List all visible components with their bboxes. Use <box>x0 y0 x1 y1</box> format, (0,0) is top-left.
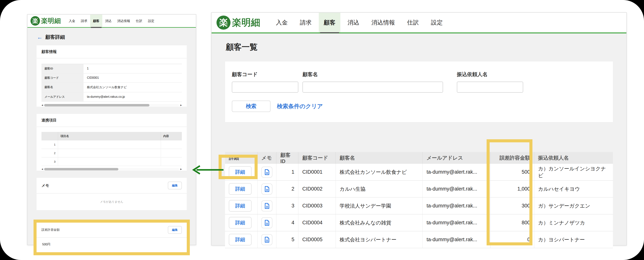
customer-id-cell: 1 <box>276 164 298 180</box>
customer-info-table: 顧客ID 1 顧客コード CID0001 顧客名 株式会社カンソール飲食ナビ メ… <box>42 64 182 102</box>
header-customer-id: 顧客ID <box>276 152 298 164</box>
scroll-right-icon[interactable]: ▸ <box>180 104 182 107</box>
customer-info-card-head: 顧客情報 <box>36 45 187 58</box>
nav-item-shiwake[interactable]: 仕訳 <box>402 13 424 33</box>
item-name-cell <box>58 141 160 149</box>
customer-name-cell: 株式会社ヨシパートナー <box>336 231 422 248</box>
field-label: 顧客名 <box>302 71 443 78</box>
back-arrow-icon[interactable]: ← <box>37 34 42 40</box>
left-main-nav: 入金 請求 顧客 消込 消込情報 仕訳 設定 <box>66 15 157 27</box>
memo-note-button[interactable] <box>262 167 272 178</box>
nav-item-keshikomi-joho[interactable]: 消込情報 <box>114 15 133 27</box>
table-row: 3 <box>42 158 182 166</box>
table-row: 詳細 5 CID0005 株式会社ヨシパートナー ta-dummy@alert.… <box>225 231 613 248</box>
table-row: 2 <box>42 149 182 158</box>
nav-item-nyukin[interactable]: 入金 <box>271 13 293 33</box>
tolerance-card-head: 誤差許容金額 編集 <box>36 223 187 238</box>
nav-item-settei[interactable]: 設定 <box>426 13 448 33</box>
table-row: 詳細 1 CID0001 株式会社カンソール飲食ナビ ta-dummy@aler… <box>225 164 613 181</box>
customer-detail-window: 楽 楽明細 入金 請求 顧客 消込 消込情報 仕訳 設定 ← 顧客詳細 顧客情報 <box>27 14 196 245</box>
content-cell <box>160 149 182 157</box>
scroll-left-icon[interactable]: ◂ <box>42 168 43 171</box>
customer-id-cell: 3 <box>276 198 298 214</box>
memo-note-button[interactable] <box>262 234 272 245</box>
memo-note-button[interactable] <box>262 200 272 211</box>
document-icon <box>264 220 270 226</box>
linked-items-table: 項目名 内容 1 2 3 <box>42 132 182 166</box>
customer-id-cell: 2 <box>276 181 298 197</box>
detail-button[interactable]: 詳細 <box>229 200 252 212</box>
horizontal-scrollbar[interactable]: ◂ ▸ <box>42 104 182 107</box>
customer-id-cell: 5 <box>276 231 298 248</box>
customer-info-title: 顧客情報 <box>42 49 57 54</box>
scrollbar-track[interactable] <box>44 168 179 170</box>
scrollbar-thumb[interactable] <box>44 168 118 170</box>
nav-item-kokyaku-active[interactable]: 顧客 <box>90 15 102 27</box>
header-email: メールアドレス <box>422 152 490 164</box>
payer-name-cell: カ）ミンナノザツカ <box>534 214 613 231</box>
table-row: 顧客コード CID0001 <box>42 73 182 83</box>
nav-item-keshikomi[interactable]: 消込 <box>343 13 364 33</box>
document-icon <box>264 236 270 243</box>
info-value: ta-dummy@alert.rakus.co.jp <box>84 92 182 101</box>
clear-search-link[interactable]: 検索条件のクリア <box>277 102 323 110</box>
info-label: メールアドレス <box>42 92 84 101</box>
memo-title: メモ <box>42 183 49 188</box>
app-logo[interactable]: 楽 楽明細 <box>30 15 66 27</box>
nav-item-kokyaku-active[interactable]: 顧客 <box>319 13 340 33</box>
left-app-header: 楽 楽明細 入金 請求 顧客 消込 消込情報 仕訳 設定 <box>28 15 196 28</box>
tolerance-title: 誤差許容金額 <box>42 228 60 232</box>
nav-item-nyukin[interactable]: 入金 <box>66 15 78 27</box>
customer-list-content: 顧客一覧 顧客コード 顧客名 振込依頼人名 <box>212 42 626 248</box>
info-value: 1 <box>84 64 182 73</box>
table-header-row: 項目名 内容 <box>42 132 182 141</box>
scrollbar-thumb[interactable] <box>44 104 150 106</box>
search-fields: 顧客コード 顧客名 振込依頼人名 <box>232 71 606 93</box>
nav-item-seikyu[interactable]: 請求 <box>295 13 316 33</box>
nav-item-seikyu[interactable]: 請求 <box>78 15 90 27</box>
email-cell: ta-dummy@alert.rak... <box>422 181 490 197</box>
tolerance-cell: 0 <box>490 231 534 248</box>
memo-note-button[interactable] <box>262 184 272 195</box>
detail-button[interactable]: 詳細 <box>229 234 252 245</box>
table-header-row: 詳細 メモ 顧客ID 顧客コード 顧客名 メールアドレス 誤差許容金額 振込依頼… <box>225 152 613 164</box>
nav-item-settei[interactable]: 設定 <box>145 15 157 27</box>
scrollbar-track[interactable] <box>44 104 179 106</box>
content-cell <box>160 141 182 149</box>
detail-button[interactable]: 詳細 <box>229 183 252 195</box>
search-button[interactable]: 検索 <box>232 101 270 112</box>
scroll-left-icon[interactable]: ◂ <box>42 104 43 107</box>
page-title: 顧客一覧 <box>226 42 613 52</box>
detail-button[interactable]: 詳細 <box>229 217 252 228</box>
document-icon <box>264 203 270 209</box>
tolerance-card: 誤差許容金額 編集 500円 <box>36 223 187 252</box>
detail-button[interactable]: 詳細 <box>229 166 252 178</box>
customer-name-input[interactable] <box>302 82 443 93</box>
horizontal-scrollbar[interactable]: ◂ ▸ <box>42 168 182 171</box>
customer-code-cell: CID0002 <box>298 181 336 197</box>
customer-code-input[interactable] <box>232 82 298 93</box>
customer-code-cell: CID0001 <box>298 164 336 180</box>
nav-item-keshikomi[interactable]: 消込 <box>102 15 114 27</box>
payer-name-cell: ガ）サンデーガクエン <box>534 198 613 214</box>
search-actions: 検索 検索条件のクリア <box>232 101 606 112</box>
payer-name-input[interactable] <box>457 82 523 93</box>
scroll-right-icon[interactable]: ▸ <box>180 168 182 171</box>
info-value: 株式会社カンソール飲食ナビ <box>84 83 182 92</box>
memo-edit-button[interactable]: 編集 <box>168 182 182 189</box>
memo-note-button[interactable] <box>262 217 272 228</box>
search-field-customer-code: 顧客コード <box>232 71 298 93</box>
nav-item-shiwake[interactable]: 仕訳 <box>133 15 145 27</box>
tolerance-edit-button[interactable]: 編集 <box>168 226 182 234</box>
row-index: 1 <box>42 141 58 149</box>
customer-detail-content: ← 顧客詳細 顧客情報 顧客ID 1 顧客コード CID0001 <box>28 28 196 253</box>
item-name-cell <box>58 149 160 157</box>
info-value: CID0001 <box>84 73 182 82</box>
item-name-cell <box>58 158 160 166</box>
document-icon <box>264 169 270 175</box>
header-customer-code: 顧客コード <box>298 152 336 164</box>
app-logo[interactable]: 楽 楽明細 <box>216 13 271 33</box>
table-row: 顧客名 株式会社カンソール飲食ナビ <box>42 83 182 92</box>
customer-name-cell: カルハ生協 <box>336 181 422 197</box>
nav-item-keshikomi-joho[interactable]: 消込情報 <box>366 13 400 33</box>
